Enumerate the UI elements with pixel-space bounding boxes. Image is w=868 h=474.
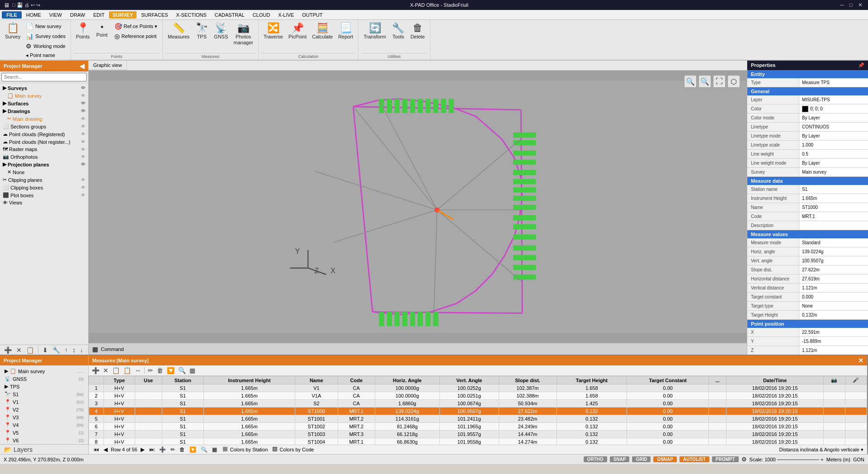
col-station[interactable]: Station [162, 376, 204, 384]
col-vert-angle[interactable]: Vert. Angle [440, 376, 499, 384]
tree-item-orthophotos[interactable]: 📷 Orthophotos 👁 [1, 153, 87, 161]
menu-output[interactable]: OUTPUT [298, 11, 326, 19]
window-controls[interactable]: ─ □ ✕ [838, 2, 864, 8]
snap-btn[interactable]: SNAP [610, 456, 630, 462]
mini-tps[interactable]: ▶ TPS [2, 383, 86, 390]
nav-prev-btn[interactable]: ◀ [102, 446, 109, 453]
tree-item-clipping-boxes[interactable]: ⬜ Clipping boxes 👁 [1, 184, 87, 191]
col-photo[interactable]: 📷 [823, 376, 845, 384]
command-label[interactable]: Command [101, 346, 124, 352]
nav-grid-btn[interactable]: ▦ [211, 446, 218, 453]
ortho-btn[interactable]: ORTHO [584, 456, 607, 462]
working-mode-btn[interactable]: ⚙ Working mode [24, 42, 68, 51]
survey-btn[interactable]: 📋 Survey [3, 22, 23, 41]
tree-item-pointclouds-reg[interactable]: ☁ Point clouds (Registered) 👁 [1, 130, 87, 138]
menu-edit[interactable]: EDIT [90, 11, 108, 19]
col-horiz-angle[interactable]: Horiz. Angle [375, 376, 439, 384]
col-datetime[interactable]: Date/Time [726, 376, 824, 384]
menu-file[interactable]: FILE [2, 11, 22, 19]
photos-manager-btn[interactable]: 📷 Photosmanager [231, 22, 255, 47]
menu-cloud[interactable]: CLOUD [249, 11, 274, 19]
tree-item-drawings[interactable]: ▶ Drawings 👁 [1, 107, 87, 115]
table-row[interactable]: 1H+VS11.665mV1CA100.0000g100.0252g102.38… [89, 384, 867, 392]
menu-draw[interactable]: DRAW [66, 11, 89, 19]
mt-search-btn[interactable]: 🔍 [177, 366, 187, 374]
points-btn[interactable]: 📍 Points [74, 22, 92, 41]
tree-item-raster-maps[interactable]: 🗺 Raster maps 👁 [1, 146, 87, 153]
zoom-in-btn[interactable]: 🔍 [684, 75, 697, 88]
menu-xlive[interactable]: X-LIVE [274, 11, 297, 19]
mini-layers-btn[interactable]: 📂 Layers [3, 446, 34, 454]
mt-delete-btn[interactable]: 🗑 [156, 366, 165, 374]
nav-first-btn[interactable]: ⏮ [92, 446, 100, 453]
3d-btn[interactable]: ⬡ [727, 75, 740, 88]
nav-delete-btn[interactable]: 🗑 [178, 446, 186, 453]
tree-item-clipping-planes[interactable]: ✂ Clipping planes 👁 [1, 176, 87, 184]
status-settings-icon[interactable]: ⚙ [741, 456, 747, 463]
nav-last-btn[interactable]: ⏭ [148, 446, 156, 453]
table-row[interactable]: 8H+VS11.665mST1004MRT.166.8630g101.9558g… [89, 438, 867, 445]
point-name-btn[interactable]: ◂ Point name [24, 52, 68, 59]
down-btn[interactable]: ⬇ [41, 346, 49, 354]
tree-item-views[interactable]: 👁 Views [1, 199, 87, 206]
nav-next-btn[interactable]: ▶ [139, 446, 146, 453]
mt-add-btn[interactable]: ➕ [90, 366, 101, 374]
traverse-btn[interactable]: 🔀 Traverse [261, 22, 285, 41]
maximize-btn[interactable]: □ [848, 2, 854, 8]
mini-s1[interactable]: 🔭 S1 (56) [2, 390, 86, 398]
nav-search-btn[interactable]: 🔍 [199, 446, 209, 453]
measures-btn[interactable]: 📏 Measures [165, 22, 192, 41]
fullscreen-btn[interactable]: ⛶ [713, 75, 726, 88]
col-target-const[interactable]: Target Constant [627, 376, 709, 384]
graphic-canvas[interactable]: Y Z X 🔍 🔍 ⛶ ⬡ [89, 71, 747, 343]
sort-btn[interactable]: ↓ [79, 346, 85, 354]
nav-add-btn[interactable]: ➕ [158, 446, 167, 453]
tree-item-surveys[interactable]: ▶ Surveys 👁 [1, 84, 87, 92]
report-btn[interactable]: 📃 Report [336, 22, 355, 41]
table-row[interactable]: 4H+VS11.665mST1000MRT.1139.0224g100.9507… [89, 408, 867, 415]
minimize-btn[interactable]: ─ [838, 2, 846, 8]
osnap-btn[interactable]: OSNAP [653, 456, 677, 462]
up-btn[interactable]: ↑ [63, 346, 69, 354]
swap-btn[interactable]: ↕ [71, 346, 77, 354]
distanza-status[interactable]: Distanza inclinata & Angolo verticale ▾ [779, 447, 863, 453]
tree-item-plot-boxes[interactable]: ⬛ Plot boxes 👁 [1, 191, 87, 199]
autolist-btn[interactable]: AUTOLIST [679, 456, 709, 462]
menu-survey[interactable]: SURVEY [109, 11, 137, 19]
reference-point-btn[interactable]: ◎ Reference point [112, 32, 160, 41]
nav-filter-btn[interactable]: 🔽 [188, 446, 198, 453]
table-row[interactable]: 6H+VS11.665mST1002MRT.281.2468g101.1965g… [89, 423, 867, 431]
survey-codes-btn[interactable]: 📊 Survey codes [24, 32, 68, 41]
remove-btn[interactable]: ✕ [15, 346, 23, 354]
tree-item-pointclouds-unreg[interactable]: ☁ Point clouds (Not register...) 👁 [1, 138, 87, 146]
mt-cut-btn[interactable]: ✕ [102, 366, 110, 374]
col-use[interactable]: Use [135, 376, 162, 384]
prompt-btn[interactable]: PROMPT [712, 456, 739, 462]
mt-move-btn[interactable]: ↔ [133, 366, 142, 374]
copy-btn[interactable]: 📋 [25, 346, 35, 354]
zoom-fit-btn[interactable]: 🔍 [698, 75, 711, 88]
measures-close-btn[interactable]: ✕ [858, 357, 863, 364]
menu-xsections[interactable]: X-SECTIONS [173, 11, 210, 19]
mini-v4[interactable]: 📍 V4 (99) [2, 421, 86, 429]
col-slope-dist[interactable]: Slope dist. [499, 376, 557, 384]
col-instr-height[interactable]: Instrument Height [204, 376, 295, 384]
menu-surfaces[interactable]: SURFACES [137, 11, 171, 19]
tools-btn[interactable]: 🔧 Tools [389, 22, 407, 41]
tree-item-main-drawing[interactable]: ✏ Main drawing 👁 [1, 115, 87, 123]
new-survey-btn[interactable]: 📄 New survey [24, 22, 68, 31]
mt-paste-btn[interactable]: 📋 [122, 366, 132, 374]
graphic-view-tab[interactable]: Graphic view [89, 61, 127, 70]
menu-view[interactable]: VIEW [46, 11, 66, 19]
col-audio[interactable]: 🎤 [845, 376, 867, 384]
properties-pin-icon[interactable]: 📌 [858, 62, 864, 68]
mini-v1[interactable]: 📍 V1 (51) [2, 398, 86, 406]
mini-v5[interactable]: 📍 V5 (2) [2, 429, 86, 436]
nav-edit-btn[interactable]: ✏ [169, 446, 176, 453]
tree-item-surfaces[interactable]: ▶ Surfaces 👁 [1, 100, 87, 107]
tree-item-projection[interactable]: ▶ Projection planes 👁 [1, 161, 87, 168]
picpoint-btn[interactable]: 📌 PicPoint [286, 22, 309, 41]
mini-v6[interactable]: 📍 V6 (2) [2, 436, 86, 444]
grid-btn[interactable]: GRID [632, 456, 651, 462]
mt-edit-btn[interactable]: ✏ [146, 366, 155, 374]
